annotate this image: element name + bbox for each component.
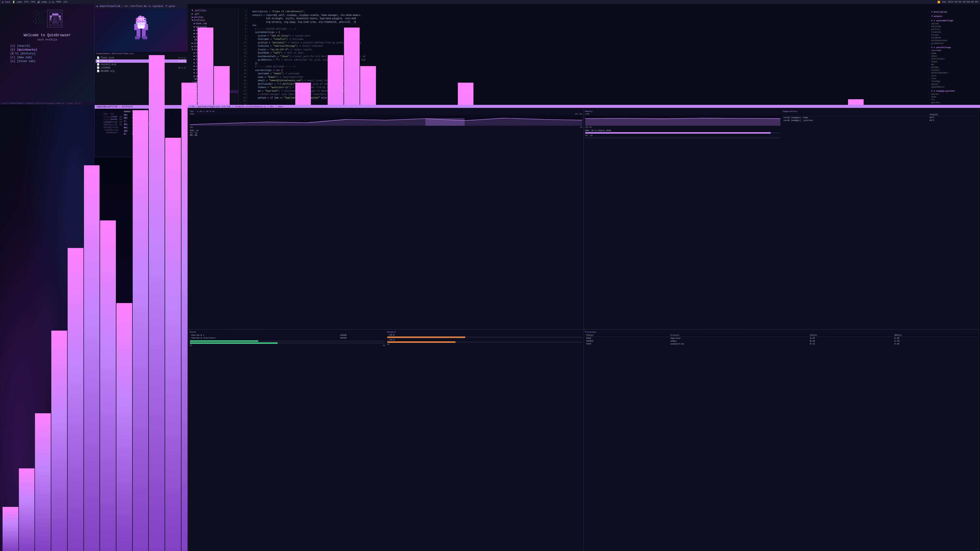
- audio-status: 🔊 100%: [37, 1, 47, 3]
- mem-status: MEM: 10s: [56, 1, 67, 3]
- cpu-current-pct: 11: 11: [190, 132, 490, 134]
- vis-bars-container: [0, 0, 173, 118]
- editor-statusbar-bottom: 7.5k .dotfiles/flake.nix 3:0 Top | Produ…: [188, 105, 490, 108]
- cpu-time-label: 60s: [190, 126, 193, 128]
- statusbar-left: ⊞ Tech 🔋 100% CPU: 20% 🔊 100% ⊡ 2s MEM: …: [2, 1, 68, 3]
- editor-filetype: | Nix: [268, 105, 274, 108]
- sysmon-cpu-box: CPU — 1.53 1.14 0.78 100% CPU Use 60s 0%…: [189, 109, 490, 275]
- cpu-zero-pct: 0%: 0%: [190, 134, 490, 136]
- editor-position: 3:0 Top |: [222, 105, 233, 108]
- cpu-avg: AVG: 13: [190, 129, 490, 132]
- vis-bar: [149, 55, 165, 118]
- top-statusbar: ⊞ Tech 🔋 100% CPU: 20% 🔊 100% ⊡ 2s MEM: …: [0, 0, 490, 4]
- cpu-chart: [190, 116, 490, 126]
- cpu-status: CPU: 20%: [24, 1, 35, 3]
- sysmon-cpu-title: CPU — 1.53 1.14 0.78: [190, 110, 490, 113]
- system-monitor: CPU — 1.53 1.14 0.78 100% CPU Use 60s 0%…: [188, 108, 490, 275]
- editor-git-branch: | main: [276, 105, 283, 108]
- cpu-label-100: 100%: [190, 113, 194, 115]
- vis-bar: [133, 110, 148, 118]
- workspace-indicator: ⊞ Tech: [2, 1, 10, 3]
- visualizer-panel: [0, 0, 173, 118]
- window-count: ⊡ 2s: [49, 1, 55, 3]
- editor-filepath: .dotfiles/flake.nix: [197, 105, 220, 108]
- editor-branch: Producer.p/LibrePhoenix.p: [235, 105, 266, 108]
- battery-status: 🔋 100%: [12, 1, 22, 3]
- editor-filesize: 7.5k: [189, 105, 194, 108]
- svg-rect-17: [425, 118, 465, 126]
